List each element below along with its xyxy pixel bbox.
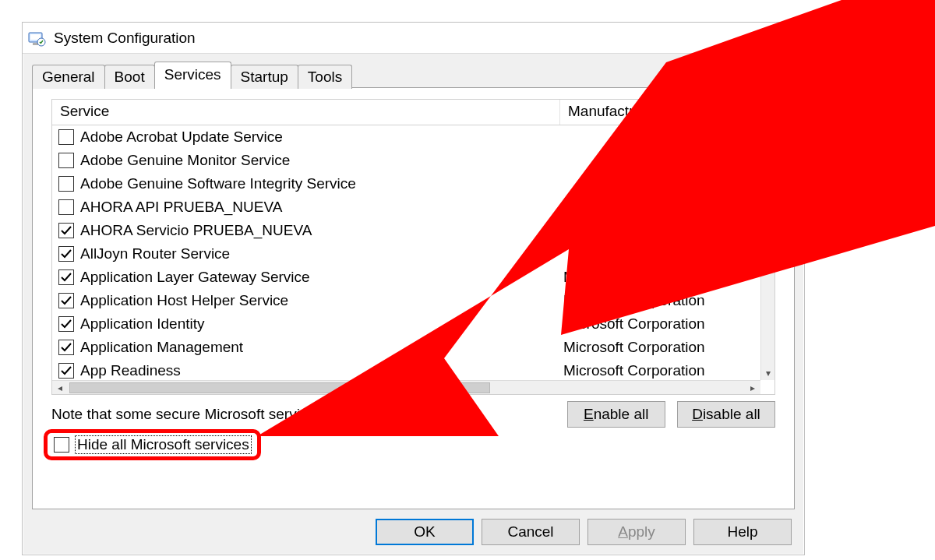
service-checkbox[interactable] (58, 129, 74, 145)
service-checkbox[interactable] (58, 269, 74, 285)
apply-button[interactable]: Apply (587, 519, 686, 545)
service-name: App Readiness (80, 362, 563, 379)
column-header-service[interactable]: Service (52, 100, 560, 125)
tab-tools[interactable]: Tools (298, 65, 352, 89)
tab-boot[interactable]: Boot (104, 65, 155, 89)
service-name: Application Management (80, 339, 563, 356)
service-name: AHORA API PRUEBA_NUEVA (80, 199, 563, 216)
service-row[interactable]: Adobe Genuine Monitor Service (52, 149, 760, 172)
close-button[interactable] (757, 23, 804, 54)
client-area: GeneralBootServicesStartupTools Service … (23, 54, 804, 555)
service-row[interactable]: Application IdentityMicrosoft Corporatio… (52, 312, 760, 336)
service-name: Adobe Acrobat Update Service (80, 129, 563, 146)
dialog-button-row: OK Cancel Apply Help (368, 519, 792, 545)
note-row: Note that some secure Microsoft services… (51, 401, 775, 428)
service-checkbox[interactable] (58, 363, 74, 379)
service-manufacturer: Microsoft Corporation (563, 315, 758, 333)
service-row[interactable]: Adobe Genuine Software Integrity Service (52, 172, 760, 195)
enable-all-button[interactable]: Enable all (567, 401, 665, 428)
service-checkbox[interactable] (58, 153, 74, 168)
system-configuration-window: System Configuration GeneralBootServices… (22, 22, 805, 555)
cancel-button[interactable]: Cancel (482, 519, 580, 545)
service-manufacturer: Microsoft Corporation (563, 292, 758, 309)
hide-all-microsoft-services-checkbox[interactable] (54, 437, 69, 453)
service-checkbox[interactable] (58, 223, 74, 238)
service-checkbox[interactable] (58, 246, 74, 262)
service-row[interactable]: Application ManagementMicrosoft Corporat… (52, 336, 760, 359)
hide-all-microsoft-services-label[interactable]: Hide all Microsoft services (76, 436, 251, 453)
service-name: AllJoyn Router Service (80, 245, 563, 262)
service-name: Adobe Genuine Monitor Service (80, 152, 563, 169)
service-manufacturer: Microsoft Corporation (563, 269, 758, 286)
service-name: Application Layer Gateway Service (80, 269, 563, 286)
app-icon (27, 29, 46, 48)
listview-body: Adobe Acrobat Update ServiceAdobe Genuin… (52, 125, 760, 380)
tabstrip: GeneralBootServicesStartupTools (32, 62, 795, 88)
service-checkbox[interactable] (58, 293, 74, 308)
secure-services-note: Note that some secure Microsoft services… (51, 406, 464, 423)
service-name: Application Host Helper Service (80, 292, 563, 309)
service-manufacturer: Microsoft Corporation (563, 362, 758, 379)
window-title: System Configuration (54, 30, 196, 47)
listview-header[interactable]: Service Manufacturer (52, 99, 774, 125)
scroll-right-icon[interactable]: ▸ (745, 381, 760, 395)
hide-all-microsoft-services-highlight: Hide all Microsoft services (44, 429, 261, 460)
service-name: AHORA Servicio PRUEBA_NUEVA (80, 222, 563, 239)
service-row[interactable]: Adobe Acrobat Update Service (52, 125, 760, 149)
tab-general[interactable]: General (32, 65, 105, 89)
column-header-manufacturer[interactable]: Manufacturer (560, 100, 755, 125)
close-icon (774, 32, 787, 44)
service-checkbox[interactable] (58, 316, 74, 332)
scroll-thumb[interactable] (69, 382, 490, 393)
service-row[interactable]: AHORA Servicio PRUEBA_NUEVA (52, 219, 760, 242)
scroll-down-icon[interactable]: ▾ (761, 366, 775, 380)
vertical-scrollbar[interactable]: ▾ (760, 125, 774, 380)
service-row[interactable]: App ReadinessMicrosoft Corporation (52, 359, 760, 380)
services-listview[interactable]: Service Manufacturer Adobe Acrobat Updat… (51, 99, 775, 395)
ok-button[interactable]: OK (376, 519, 474, 545)
service-row[interactable]: Application Host Helper ServiceMicrosoft… (52, 289, 760, 312)
help-button[interactable]: Help (693, 519, 792, 545)
service-row[interactable]: AHORA API PRUEBA_NUEVA (52, 195, 760, 219)
service-checkbox[interactable] (58, 340, 74, 355)
service-checkbox[interactable] (58, 176, 74, 192)
titlebar: System Configuration (23, 23, 804, 54)
tabpage-services: Service Manufacturer Adobe Acrobat Updat… (32, 87, 795, 509)
tab-startup[interactable]: Startup (231, 65, 298, 89)
horizontal-scrollbar[interactable]: ◂ ▸ (52, 380, 760, 394)
service-name: Adobe Genuine Software Integrity Service (80, 175, 563, 192)
service-row[interactable]: Application Layer Gateway ServiceMicroso… (52, 266, 760, 289)
service-manufacturer: Microsoft Corporation (563, 339, 758, 356)
service-checkbox[interactable] (58, 199, 74, 215)
disable-all-label-rest: isable all (703, 406, 760, 422)
enable-all-label-rest: nable all (594, 406, 649, 422)
service-row[interactable]: AllJoyn Router Service (52, 242, 760, 266)
scroll-left-icon[interactable]: ◂ (52, 381, 68, 395)
service-name: Application Identity (80, 315, 563, 333)
tab-services[interactable]: Services (154, 62, 231, 88)
disable-all-button[interactable]: Disable all (677, 401, 775, 428)
